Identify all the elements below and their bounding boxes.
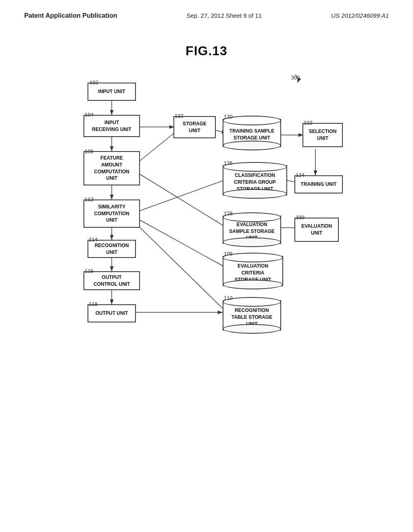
recognition-table-cylinder: RECOGNITIONTABLE STORAGEUNIT — [223, 298, 281, 332]
classification-criteria-label: CLASSIFICATIONCRITERIA GROUPSTORAGE UNIT — [234, 172, 276, 192]
patent-number: US 2012/0246099 A1 — [331, 12, 389, 19]
svg-line-16 — [132, 179, 227, 214]
ref-104: 104 — [85, 112, 94, 118]
ref-114: 114 — [89, 237, 98, 243]
ref-132: 132 — [175, 113, 184, 119]
ref-106: 106 — [224, 251, 233, 257]
output-control-unit-box: OUTPUTCONTROL UNIT — [83, 271, 140, 290]
input-receiving-unit-box: INPUTRECEIVING UNIT — [83, 115, 140, 137]
evaluation-criteria-cylinder: EVALUATIONCRITERIASTORAGE UNIT — [223, 254, 283, 288]
ref-120: 120 — [224, 114, 233, 120]
ref-112: 112 — [85, 196, 94, 202]
storage-unit-box: STORAGEUNIT — [173, 116, 216, 138]
page-header: Patent Application Publication Sep. 27, … — [0, 0, 413, 19]
ref-126: 126 — [224, 160, 233, 166]
ref-116: 116 — [85, 268, 94, 274]
svg-line-20 — [132, 220, 227, 312]
ref-108: 108 — [85, 148, 94, 154]
figure-title: FIG.13 — [0, 44, 413, 58]
ref-102: 102 — [90, 79, 98, 85]
publication-label: Patent Application Publication — [24, 12, 117, 19]
svg-line-19 — [132, 216, 227, 268]
ref-330: 330 — [296, 214, 305, 220]
svg-line-18 — [132, 169, 227, 228]
evaluation-criteria-label: EVALUATIONCRITERIASTORAGE UNIT — [235, 263, 271, 283]
evaluation-sample-label: EVALUATIONSAMPLE STORAGEUNIT — [229, 221, 274, 241]
selection-unit-box: SELECTIONUNIT — [302, 123, 343, 147]
training-sample-cylinder: TRAINING SAMPLESTORAGE UNIT — [223, 117, 281, 149]
evaluation-sample-cylinder: EVALUATIONSAMPLE STORAGEUNIT — [223, 214, 281, 246]
diagram-container: 300 INPUT UNIT 102 INPUTRECEIVING UNIT 1… — [65, 71, 348, 413]
ref-300-arrow — [287, 73, 303, 85]
classification-criteria-cylinder: CLASSIFICATIONCRITERIA GROUPSTORAGE UNIT — [223, 163, 287, 197]
similarity-computation-box: SIMILARITYCOMPUTATIONUNIT — [83, 200, 140, 228]
ref-110: 110 — [224, 295, 233, 301]
feature-amount-box: FEATUREAMOUNTCOMPUTATIONUNIT — [83, 151, 140, 185]
ref-124: 124 — [296, 172, 305, 178]
ref-122: 122 — [304, 120, 313, 126]
ref-128: 128 — [224, 210, 233, 216]
ref-118: 118 — [89, 301, 98, 307]
publication-date: Sep. 27, 2012 Sheet 9 of 11 — [186, 12, 262, 19]
evaluation-unit-box: EVALUATIONUNIT — [294, 218, 339, 242]
training-sample-label: TRAINING SAMPLESTORAGE UNIT — [229, 128, 274, 141]
recognition-table-label: RECOGNITIONTABLE STORAGEUNIT — [232, 307, 273, 327]
